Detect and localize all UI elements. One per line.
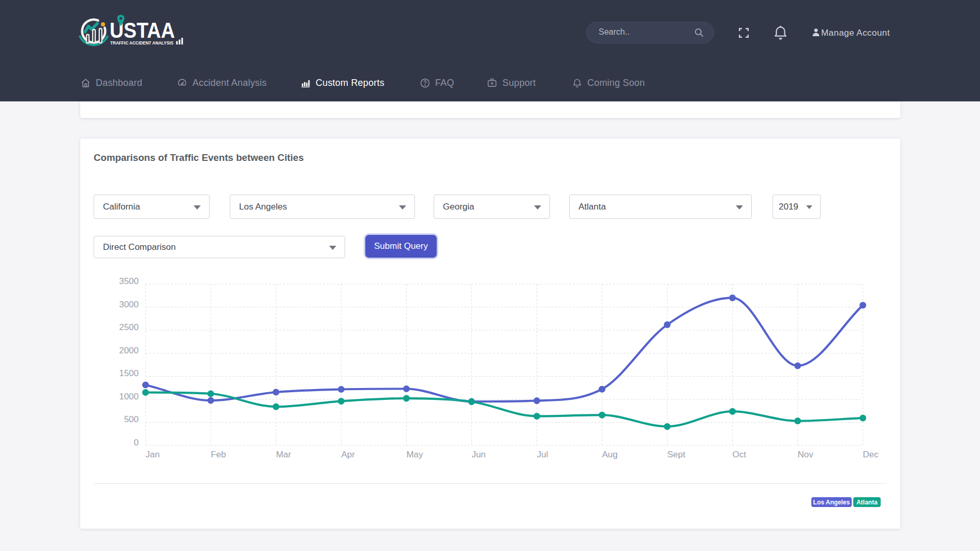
svg-text:Nov: Nov [798, 450, 814, 459]
svg-text:3000: 3000 [119, 300, 139, 309]
svg-text:Jul: Jul [537, 450, 548, 459]
svg-text:May: May [406, 450, 423, 459]
svg-text:Jan: Jan [145, 450, 159, 459]
svg-text:Mar: Mar [276, 450, 291, 459]
svg-text:2500: 2500 [119, 322, 139, 332]
svg-text:Apr: Apr [341, 450, 355, 459]
svg-text:2000: 2000 [119, 346, 139, 355]
svg-text:Feb: Feb [211, 450, 226, 459]
svg-text:3500: 3500 [119, 276, 139, 286]
svg-text:Oct: Oct [733, 450, 747, 459]
svg-text:Aug: Aug [602, 450, 618, 459]
svg-text:Jun: Jun [471, 450, 485, 459]
svg-text:Sept: Sept [667, 450, 686, 459]
svg-text:500: 500 [124, 414, 139, 424]
svg-text:Dec: Dec [863, 450, 879, 459]
svg-text:1000: 1000 [119, 392, 139, 401]
svg-text:0: 0 [134, 438, 139, 448]
svg-text:1500: 1500 [119, 368, 139, 378]
svg-text:TRAFFIC ACCIDENT ANALYSIS: TRAFFIC ACCIDENT ANALYSIS [110, 40, 173, 46]
